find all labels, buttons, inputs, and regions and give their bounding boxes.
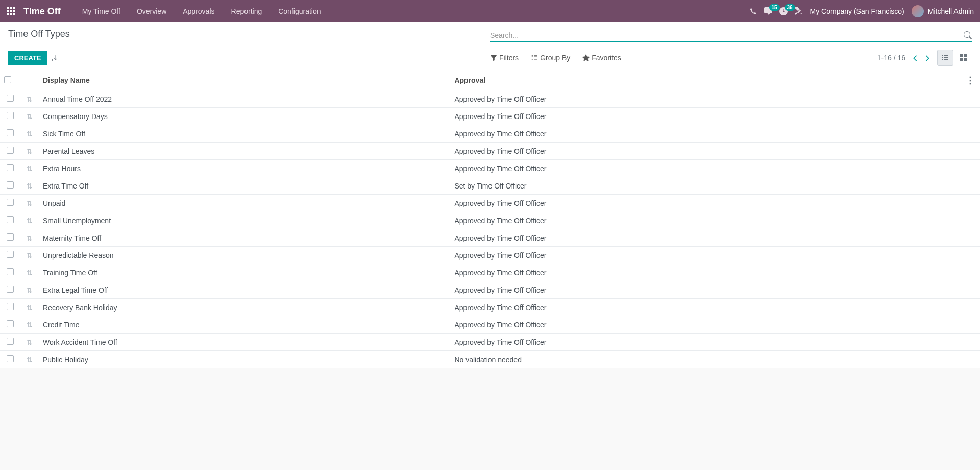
pager-text[interactable]: 1-16 / 16 [877,54,905,62]
favorites-label: Favorites [592,54,621,62]
table-row[interactable]: Work Accident Time OffApproved by Time O… [0,334,980,351]
row-checkbox[interactable] [7,320,14,327]
table-row[interactable]: Compensatory DaysApproved by Time Off Of… [0,108,980,125]
cell-display-name: Extra Legal Time Off [39,281,450,299]
cell-approval: Approved by Time Off Officer [450,247,962,264]
table-row[interactable]: Small UnemploymentApproved by Time Off O… [0,212,980,229]
drag-handle-icon[interactable] [27,338,33,346]
svg-rect-4 [10,10,12,12]
cell-display-name: Unpredictable Reason [39,247,450,264]
drag-handle-icon[interactable] [27,251,33,260]
row-checkbox[interactable] [7,181,14,189]
search-input[interactable] [490,31,964,39]
drag-handle-icon[interactable] [27,217,33,225]
cell-display-name: Annual Time Off 2022 [39,90,450,108]
row-checkbox[interactable] [7,303,14,310]
table-row[interactable]: Credit TimeApproved by Time Off Officer [0,316,980,334]
kanban-view-button[interactable] [955,50,972,66]
groupby-dropdown[interactable]: Group By [531,54,570,62]
row-checkbox[interactable] [7,251,14,258]
table-row[interactable]: Parental LeavesApproved by Time Off Offi… [0,143,980,160]
drag-handle-icon[interactable] [27,303,33,312]
phone-icon[interactable] [750,8,757,15]
drag-handle-icon[interactable] [27,356,33,364]
column-display-name[interactable]: Display Name [39,70,450,90]
filters-label: Filters [499,54,519,62]
drag-handle-icon[interactable] [27,234,33,242]
avatar [912,5,924,17]
svg-rect-2 [13,7,15,9]
table-row[interactable]: UnpaidApproved by Time Off Officer [0,195,980,212]
nav-item-overview[interactable]: Overview [129,0,175,22]
cell-approval: Approved by Time Off Officer [450,334,962,351]
company-selector[interactable]: My Company (San Francisco) [810,7,904,15]
table-row[interactable]: Extra Time OffSet by Time Off Officer [0,177,980,195]
row-checkbox[interactable] [7,129,14,136]
select-all-checkbox[interactable] [4,76,11,83]
pager-prev[interactable] [912,54,919,62]
row-checkbox[interactable] [7,216,14,223]
table-row[interactable]: Extra Legal Time OffApproved by Time Off… [0,281,980,299]
pager-next[interactable] [924,54,931,62]
row-checkbox[interactable] [7,338,14,345]
favorites-dropdown[interactable]: Favorites [582,54,621,62]
table-row[interactable]: Recovery Bank HolidayApproved by Time Of… [0,299,980,316]
filters-dropdown[interactable]: Filters [490,54,519,62]
row-checkbox[interactable] [7,112,14,119]
user-name: Mitchell Admin [928,7,974,15]
debug-icon[interactable] [795,7,803,15]
svg-rect-10 [964,54,967,57]
table-row[interactable]: Extra HoursApproved by Time Off Officer [0,160,980,177]
svg-rect-1 [10,7,12,9]
apps-icon[interactable] [6,6,16,16]
row-checkbox[interactable] [7,95,14,102]
list-table: Display Name Approval ⋮ Annual Time Off … [0,70,980,368]
drag-handle-icon[interactable] [27,199,33,207]
create-button[interactable]: CREATE [8,51,47,65]
row-checkbox[interactable] [7,164,14,171]
cell-approval: Approved by Time Off Officer [450,229,962,247]
cell-display-name: Credit Time [39,316,450,334]
nav-item-configuration[interactable]: Configuration [270,0,329,22]
search-icon[interactable] [964,31,972,39]
svg-rect-0 [7,7,9,9]
table-row[interactable]: Annual Time Off 2022Approved by Time Off… [0,90,980,108]
drag-handle-icon[interactable] [27,269,33,277]
row-checkbox[interactable] [7,147,14,154]
messages-icon[interactable]: 15 [764,7,772,15]
column-options[interactable]: ⋮ [966,75,975,85]
cell-display-name: Recovery Bank Holiday [39,299,450,316]
row-checkbox[interactable] [7,286,14,293]
nav-item-my-time-off[interactable]: My Time Off [74,0,129,22]
drag-handle-icon[interactable] [27,147,33,155]
table-row[interactable]: Sick Time OffApproved by Time Off Office… [0,125,980,143]
table-row[interactable]: Unpredictable ReasonApproved by Time Off… [0,247,980,264]
table-row[interactable]: Maternity Time OffApproved by Time Off O… [0,229,980,247]
row-checkbox[interactable] [7,233,14,241]
cell-approval: Approved by Time Off Officer [450,264,962,281]
activities-icon[interactable]: 36 [779,7,788,15]
drag-handle-icon[interactable] [27,286,33,294]
column-approval[interactable]: Approval [450,70,962,90]
cell-display-name: Parental Leaves [39,143,450,160]
row-checkbox[interactable] [7,199,14,206]
cell-display-name: Extra Time Off [39,177,450,195]
drag-handle-icon[interactable] [27,182,33,190]
drag-handle-icon[interactable] [27,165,33,173]
app-brand[interactable]: Time Off [23,6,61,17]
drag-handle-icon[interactable] [27,321,33,329]
drag-handle-icon[interactable] [27,112,33,121]
cell-approval: Approved by Time Off Officer [450,108,962,125]
row-checkbox[interactable] [7,355,14,362]
cell-approval: Approved by Time Off Officer [450,281,962,299]
drag-handle-icon[interactable] [27,130,33,138]
nav-item-reporting[interactable]: Reporting [223,0,271,22]
nav-item-approvals[interactable]: Approvals [175,0,223,22]
row-checkbox[interactable] [7,268,14,275]
list-view-button[interactable] [937,50,953,66]
table-row[interactable]: Public HolidayNo validation needed [0,351,980,368]
drag-handle-icon[interactable] [27,95,33,103]
table-row[interactable]: Training Time OffApproved by Time Off Of… [0,264,980,281]
user-menu[interactable]: Mitchell Admin [912,5,974,17]
export-icon[interactable] [52,54,59,62]
